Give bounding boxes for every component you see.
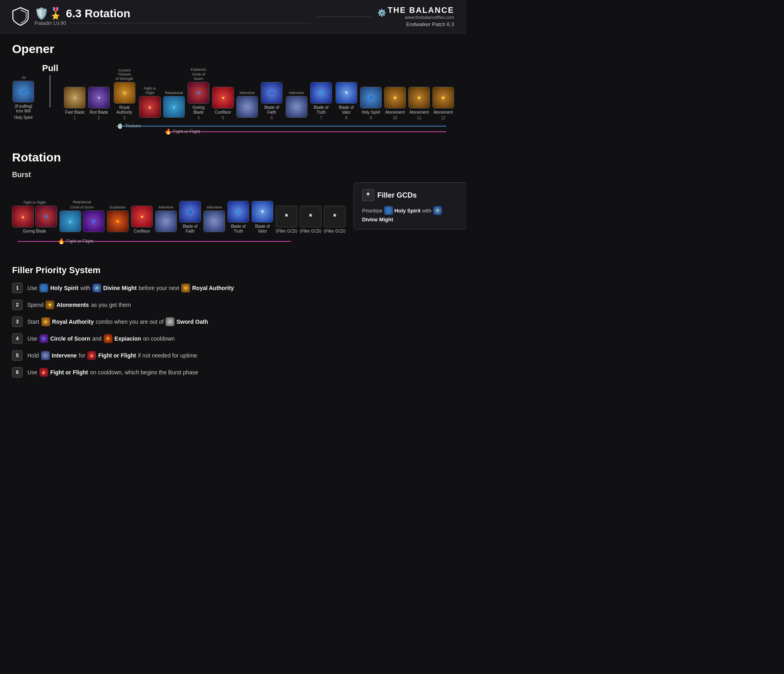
- priority-item-1: 1 Use 💙 Holy Spirit with ✨ Divine Might …: [12, 283, 454, 293]
- p4-circle-icon: 🌀: [39, 334, 48, 343]
- game-emoji: 🛡️🎖️: [35, 7, 63, 20]
- info-divine-might-icon: ✨: [433, 206, 442, 215]
- skill-block-intervene-1: Intervene 🏃: [236, 82, 258, 120]
- burst-icon-requiescat[interactable]: 💧: [59, 210, 81, 232]
- skill-block-holy-spirit-pre: -2s 💙 (If pulling) Iron Will Holy Spirit: [12, 66, 35, 120]
- skill-icon-blade-of-faith[interactable]: 🔵: [261, 82, 282, 104]
- skill-icon-fight-or-flight-1[interactable]: 🔥: [139, 96, 161, 118]
- page-subtitle: Paladin LV.90: [35, 20, 311, 26]
- burst-icon-goring-blade[interactable]: 🌀: [35, 206, 57, 227]
- burst-row: Fight or Flight 🔥 🌀 Goring Blade Requies…: [12, 186, 346, 234]
- skill-icon-holy-spirit[interactable]: 💙: [360, 87, 382, 108]
- burst-icon-expiacion[interactable]: 🔶: [107, 210, 129, 232]
- skill-icon-blade-of-valor[interactable]: 💎: [336, 82, 357, 104]
- brand-gear-icon: ⚙️: [377, 8, 386, 17]
- skill-block-blade-of-valor: 💎 Blade of Valor 8: [335, 67, 358, 120]
- skill-block-fight-or-flight-1: Fight or Flight 🔥: [139, 82, 161, 120]
- opener-content: -2s 💙 (If pulling) Iron Will Holy Spirit…: [0, 63, 466, 142]
- rotation-section: Rotation Burst Fight or Flight 🔥 🌀 Gorin: [0, 142, 466, 256]
- filler-box-3[interactable]: *: [324, 206, 346, 227]
- skill-icon-blade-of-truth[interactable]: 🔷: [310, 82, 332, 104]
- priority-item-4: 4 Use 🌀 Circle of Scorn and 🔶 Expiacion …: [12, 333, 454, 344]
- skill-icon-intervene-2[interactable]: 🏃: [286, 96, 307, 118]
- skill-icon-fast-blade[interactable]: ⚔: [64, 87, 86, 108]
- priority-text-3: Start 👑 Royal Authority combo when you a…: [27, 317, 208, 326]
- skill-icon-atonement-2[interactable]: 🌟: [408, 87, 430, 108]
- burst-icon-blade-of-truth[interactable]: 🔷: [227, 201, 249, 223]
- burst-skills-container: Fight or Flight 🔥 🌀 Goring Blade Requies…: [12, 182, 346, 248]
- priority-text-2: Spend 🌟 Atonements as you get them: [27, 300, 131, 309]
- burst-skill-filler-1: * (Filler GCD): [276, 191, 297, 234]
- burst-icon-blade-of-faith[interactable]: 🔵: [179, 201, 201, 223]
- priority-num-1: 1: [12, 283, 23, 293]
- skill-icon-goring-blade[interactable]: 🌀: [188, 82, 209, 104]
- skill-icon-requiescat-1[interactable]: 💧: [163, 96, 185, 118]
- info-holy-spirit-icon: 💙: [384, 206, 393, 215]
- priority-text-4: Use 🌀 Circle of Scorn and 🔶 Expiacion on…: [27, 334, 175, 343]
- skill-icon-holy-spirit-pre[interactable]: 💙: [12, 81, 34, 102]
- burst-fof-label: 🔥 Fight or Flight: [58, 238, 93, 244]
- burst-skill-blade-of-truth: 🔷 Blade of Truth: [227, 186, 249, 234]
- filler-box-1[interactable]: *: [276, 206, 297, 227]
- priority-section: Filler Priority System 1 Use 💙 Holy Spir…: [0, 256, 466, 396]
- burst-skill-blade-of-valor: 💎 Blade of Valor: [252, 186, 273, 234]
- tincture-line: [117, 126, 446, 127]
- p1-royal-authority-icon: 👑: [181, 284, 190, 292]
- skill-block-atonement-3: 🌟 Atonement 12: [432, 72, 454, 120]
- info-box-desc: Prioritize 💙 Holy Spirit with ✨ Divine M…: [362, 206, 466, 223]
- priority-text-1: Use 💙 Holy Spirit with ✨ Divine Might be…: [27, 284, 234, 292]
- priority-item-5: 5 Hold 🏃 Intervene for 🔥 Fight or Flight…: [12, 350, 454, 361]
- header-right: ⚙️ THE BALANCE www.thebalanceffxiv.com E…: [377, 6, 454, 27]
- burst-icon-blade-of-valor[interactable]: 💎: [252, 201, 273, 223]
- info-box-title: * Filler GCDs: [362, 189, 466, 201]
- skill-block-confiteor: 💥 Confiteor 5: [212, 72, 234, 120]
- skill-icon-confiteor[interactable]: 💥: [212, 87, 234, 108]
- p3-royal-authority-icon: 👑: [41, 317, 50, 326]
- skill-block-intervene-2: Intervene 🏃: [286, 82, 307, 120]
- burst-icon-intervene-2[interactable]: 🏃: [203, 210, 225, 232]
- fof-line-label: 🔥 Fight or Flight: [165, 128, 200, 135]
- burst-content: Fight or Flight 🔥 🌀 Goring Blade Requies…: [12, 182, 454, 248]
- priority-num-2: 2: [12, 300, 23, 310]
- page-title: 🛡️🎖️ 6.3 Rotation: [35, 7, 311, 20]
- burst-skill-req: Requiescat Circle of Scorn 💧 🌀: [59, 196, 104, 234]
- burst-skill-goring-blade: Fight or Flight 🔥 🌀 Goring Blade: [12, 191, 57, 234]
- filler-info-box: * Filler GCDs Prioritize 💙 Holy Spirit w…: [354, 182, 466, 229]
- skill-icon-royal-authority[interactable]: 👑: [114, 82, 135, 104]
- fof-line-opener: [165, 131, 446, 132]
- pull-line: [50, 75, 50, 107]
- filler-box-2[interactable]: *: [300, 206, 321, 227]
- burst-skill-filler-3: * (Filler GCD): [324, 191, 346, 234]
- priority-item-2: 2 Spend 🌟 Atonements as you get them: [12, 300, 454, 310]
- opener-title: Opener: [0, 33, 466, 59]
- info-box-asterisk: *: [362, 189, 374, 201]
- burst-icon-fof[interactable]: 🔥: [12, 206, 34, 227]
- burst-icon-confiteor[interactable]: 💥: [131, 206, 153, 227]
- p5-intervene-icon: 🏃: [41, 351, 50, 360]
- skill-block-riot-blade: 🗡 Riot Blade 2: [88, 72, 110, 120]
- skill-block-royal-authority: Current Tinctureof Strength 👑 Royal Auth…: [112, 67, 137, 120]
- skill-block-atonement-1: 🌟 Atonement 10: [384, 72, 406, 120]
- p1-holy-spirit-icon: 💙: [39, 284, 48, 292]
- skill-icon-intervene-1[interactable]: 🏃: [236, 96, 258, 118]
- burst-icon-circle[interactable]: 🌀: [83, 210, 104, 232]
- opener-row: -2s 💙 (If pulling) Iron Will Holy Spirit…: [12, 63, 454, 120]
- skill-block-blade-of-faith: 🔵 Blade of Faith 6: [260, 67, 283, 120]
- priority-text-5: Hold 🏃 Intervene for 🔥 Fight or Flight i…: [27, 351, 197, 360]
- pull-group: Pull: [42, 63, 58, 120]
- skill-icon-atonement-1[interactable]: 🌟: [384, 87, 406, 108]
- opener-section: Opener -2s 💙 (If pulling) Iron Will Holy…: [0, 33, 466, 142]
- header-divider: [317, 16, 371, 17]
- burst-icon-intervene-1[interactable]: 🏃: [155, 210, 177, 232]
- skill-icon-atonement-3[interactable]: 🌟: [432, 87, 454, 108]
- burst-skill-filler-2: * (Filler GCD): [300, 191, 321, 234]
- header: 🛡️🎖️ 6.3 Rotation Paladin LV.90 ⚙️ THE B…: [0, 0, 466, 33]
- tincture-label: 🍵 Tincture: [117, 123, 141, 129]
- rotation-content: Burst Fight or Flight 🔥 🌀 Goring Blade: [0, 167, 466, 256]
- brand-row: ⚙️ THE BALANCE www.thebalanceffxiv.com: [377, 6, 454, 20]
- skill-icon-riot-blade[interactable]: 🗡: [88, 87, 110, 108]
- header-title-group: 🛡️🎖️ 6.3 Rotation Paladin LV.90: [35, 7, 311, 26]
- timeline-lines: 🍵 Tincture 🔥 Fight or Flight: [68, 123, 454, 138]
- burst-skill-confiteor: 💥 Confiteor: [131, 191, 153, 234]
- patch-label: Endwalker Patch 6.3: [377, 21, 454, 27]
